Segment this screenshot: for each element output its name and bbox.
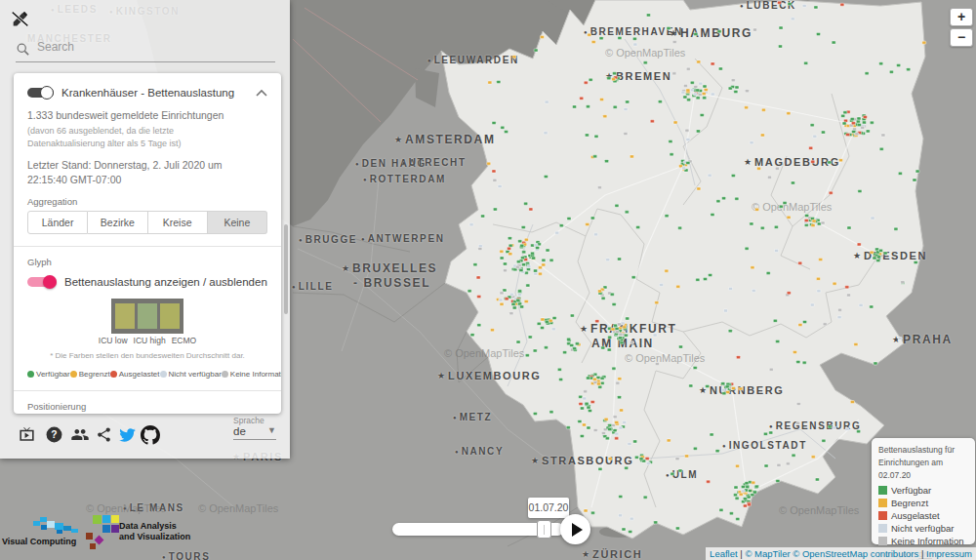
team-icon[interactable]: [70, 425, 90, 448]
attribution-link[interactable]: © OpenStreetMap contributors: [793, 548, 918, 559]
app-window: ●LEEDS●KINGSTONMANCHESTER●LEEUWARDEN★AMS…: [0, 0, 976, 560]
glyph-cell-label: ICU low: [99, 336, 128, 345]
map-attribution: Leaflet | © MapTiler © OpenStreetMap con…: [706, 547, 976, 560]
attribution-link[interactable]: Impressum: [926, 548, 972, 559]
status-legend-item: Verfügbar: [27, 370, 70, 379]
github-icon[interactable]: [141, 425, 160, 449]
legend-items: VerfügbarBegrenztAusgelastetNicht verfüg…: [878, 485, 968, 546]
glyph-cell-icu-low: [115, 303, 135, 329]
sidebar-footer: ?: [0, 414, 290, 459]
dav-label: Data Analysisand Visualization: [119, 521, 190, 543]
glyph-note: * Die Farben stellen den bundesweiten Du…: [27, 351, 267, 360]
aggregation-label: Aggregation: [27, 196, 267, 207]
facility-count-text: 1.333 bundesweit gemeldete Einrichtungen: [27, 108, 267, 122]
glyph-cell-label: ECMO: [172, 336, 197, 345]
layers-off-icon[interactable]: [10, 9, 31, 30]
aggregation-option-kreise[interactable]: Kreise: [148, 211, 208, 234]
last-update-text: Letzter Stand: Donnerstag, 2. Juli 2020 …: [27, 158, 232, 185]
status-legend-item: Nicht verfügbar: [160, 370, 222, 379]
glyph-preview: [111, 299, 183, 334]
help-icon[interactable]: ?: [45, 425, 63, 448]
legend-item: Keine Information: [878, 536, 968, 546]
visual-computing-label: Visual Computing: [2, 537, 76, 546]
card-title: Krankenhäuser - Bettenauslastung: [61, 87, 256, 99]
video-demo-icon[interactable]: [18, 425, 36, 448]
map-legend-panel: Bettenauslastung für Einrichtungen am 02…: [872, 438, 975, 544]
status-legend-item: Begrenzt: [70, 370, 110, 379]
glyph-label: Glyph: [27, 257, 267, 267]
legend-title-line2: Einrichtungen am 02.07.20: [878, 457, 968, 482]
glyph-cell-icu-high: [138, 303, 157, 329]
aggregation-option-länder[interactable]: Länder: [27, 211, 88, 234]
sidebar-scrollbar[interactable]: [284, 224, 288, 314]
glyph-toggle-label: Bettenauslastung anzeigen / ausblenden: [64, 276, 267, 288]
chevron-down-icon: ▼: [267, 425, 276, 437]
status-legend-item: Keine Information: [222, 370, 281, 379]
legend-title-line1: Bettenauslastung für: [878, 444, 968, 457]
language-value: de: [233, 425, 246, 437]
zoom-control: + −: [950, 8, 973, 49]
time-tooltip: 01.07.20: [528, 498, 569, 518]
logos: Visual Computing Data Analysisand Visual…: [0, 517, 195, 556]
play-button[interactable]: [560, 514, 590, 544]
positioning-label: Positionierung: [27, 401, 267, 412]
legend-item: Nicht verfügbar: [878, 523, 968, 534]
twitter-icon[interactable]: [117, 425, 138, 448]
glyph-axis-labels: ICU lowICU highECMO: [27, 336, 267, 345]
zoom-in-button[interactable]: +: [950, 8, 973, 26]
hospital-layer-card: Krankenhäuser - Bettenauslastung 1.333 b…: [14, 73, 281, 414]
collapse-chevron-icon[interactable]: [256, 89, 267, 97]
sidebar-panel: Krankenhäuser - Bettenauslastung 1.333 b…: [0, 0, 290, 459]
legend-item: Verfügbar: [878, 485, 968, 496]
status-mini-legend: VerfügbarBegrenztAusgelastetNicht verfüg…: [27, 370, 267, 379]
aggregation-button-group: LänderBezirkeKreiseKeine: [27, 211, 267, 234]
language-select[interactable]: Sprache de ▼: [233, 416, 276, 440]
glyph-cell-ecmo: [160, 303, 180, 329]
aggregation-option-bezirke[interactable]: Bezirke: [88, 211, 147, 234]
aggregation-option-keine[interactable]: Keine: [208, 211, 267, 234]
glyph-cell-label: ICU high: [134, 336, 166, 345]
visual-computing-logo: [27, 515, 90, 539]
layer-visibility-toggle[interactable]: [27, 86, 54, 100]
zoom-out-button[interactable]: −: [950, 28, 973, 47]
status-legend-item: Ausgelastet: [110, 370, 160, 379]
share-icon[interactable]: [96, 425, 112, 448]
hidden-facilities-note: (davon 66 ausgeblendet, da die letzte Da…: [27, 125, 252, 149]
search-input[interactable]: [35, 39, 269, 55]
legend-item: Ausgelastet: [878, 510, 968, 521]
time-slider-handle[interactable]: [537, 520, 551, 539]
language-label: Sprache: [233, 416, 276, 425]
dav-logo: [84, 513, 119, 552]
glyph-visibility-toggle[interactable]: [27, 275, 57, 289]
svg-text:?: ?: [51, 429, 57, 440]
legend-item: Begrenzt: [878, 498, 968, 508]
search-icon: [16, 42, 30, 57]
attribution-link[interactable]: Leaflet: [710, 548, 738, 559]
attribution-link[interactable]: © MapTiler: [745, 548, 790, 559]
